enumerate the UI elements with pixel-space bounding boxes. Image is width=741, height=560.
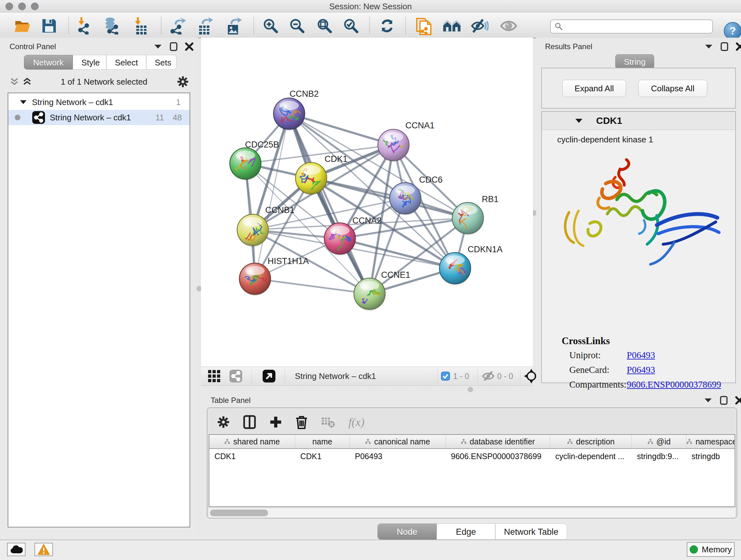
edge-ccnb2-ccna1[interactable]	[289, 114, 394, 145]
crosslink-value-link[interactable]: 9606.ENSP00000378699	[627, 379, 721, 390]
edge-hist1h1a-ccne1[interactable]	[255, 279, 369, 294]
gene-section-header[interactable]: CDK1	[542, 112, 735, 130]
tab-network[interactable]: Network	[24, 55, 73, 70]
table-horizontal-scrollbar[interactable]	[209, 508, 735, 517]
network-icon-button[interactable]	[229, 369, 243, 384]
panel-close-icon[interactable]	[735, 396, 741, 405]
gear-icon[interactable]	[177, 76, 189, 88]
network-view-canvas[interactable]: CCNB2CCNA1CDC25BCDK1CDC6RB1CCNB1CCNA2CDK…	[201, 38, 533, 367]
table-panel-title: Table Panel	[211, 396, 251, 405]
panel-close-icon[interactable]	[736, 43, 741, 51]
table-row[interactable]: CDK1CDK1P064939606.ENSP00000378699cyclin…	[209, 449, 735, 463]
toolbar-separator	[161, 17, 161, 34]
memory-button[interactable]: Memory	[687, 542, 735, 557]
save-session-button[interactable]	[40, 17, 58, 34]
grid-icon	[208, 370, 220, 382]
panel-float-icon[interactable]	[721, 42, 728, 51]
panel-collapse-icon[interactable]	[704, 44, 713, 50]
node-cdkn1a[interactable]: CDKN1A	[440, 245, 502, 287]
warnings-button[interactable]	[35, 543, 53, 556]
panel-close-icon[interactable]	[185, 43, 193, 51]
show-selected-button[interactable]	[500, 17, 518, 34]
column-header-description[interactable]: description	[550, 435, 632, 448]
help-button[interactable]: ?	[724, 22, 741, 40]
panel-float-icon[interactable]	[720, 396, 728, 405]
collection-count: 1	[176, 98, 181, 107]
column-header-@id[interactable]: @id	[632, 435, 686, 448]
crosslink-row-genecard: GeneCard:P06493	[569, 365, 729, 379]
collapse-all-button[interactable]: Collapse All	[638, 80, 707, 97]
string-network-graph[interactable]: CCNB2CCNA1CDC25BCDK1CDC6RB1CCNB1CCNA2CDK…	[201, 38, 533, 367]
birdseye-view-button[interactable]	[262, 369, 276, 384]
export-image-button[interactable]	[225, 17, 243, 34]
delete-table-icon[interactable]	[321, 416, 335, 428]
node-rb1[interactable]: RB1	[452, 194, 498, 235]
panel-collapse-icon[interactable]	[704, 397, 712, 403]
network-collection-row[interactable]: String Network – cdk1 1	[8, 95, 190, 110]
scrollbar-thumb[interactable]	[210, 509, 268, 516]
bottom-splitter-handle[interactable]	[468, 387, 473, 392]
import-table-from-file-button[interactable]	[131, 17, 149, 34]
grid-view-button[interactable]	[208, 370, 220, 383]
import-network-from-file-button[interactable]	[75, 17, 93, 34]
column-header-canonical-name[interactable]: canonical name	[350, 435, 446, 448]
title-bar: Session: New Session	[0, 0, 741, 12]
cloud-status-button[interactable]	[7, 543, 25, 556]
hidden-toggle[interactable]	[482, 371, 495, 382]
show-house-panel-button[interactable]	[443, 17, 461, 34]
tab-network-table[interactable]: Network Table	[495, 523, 567, 540]
panel-collapse-icon[interactable]	[154, 44, 162, 50]
crosslink-value-link[interactable]: P06493	[627, 365, 655, 375]
function-builder-icon[interactable]: f(x)	[348, 415, 364, 429]
column-header-database-identifier[interactable]: database identifier	[446, 435, 550, 448]
zoom-in-button[interactable]	[262, 17, 280, 34]
expand-all-chevron-icon[interactable]	[10, 78, 18, 86]
collapse-all-chevron-icon[interactable]	[23, 78, 31, 86]
export-table-button[interactable]	[196, 17, 214, 34]
section-collapse-icon[interactable]	[575, 118, 583, 124]
expand-all-button[interactable]: Expand All	[562, 80, 626, 97]
show-columns-icon[interactable]	[243, 415, 256, 429]
crosslink-value-link[interactable]: P06493	[627, 350, 655, 361]
refresh-button[interactable]	[378, 17, 396, 34]
houses-icon	[443, 19, 461, 33]
hide-selected-button[interactable]	[471, 17, 488, 34]
tab-style[interactable]: Style	[73, 55, 106, 70]
node-ccnb2[interactable]: CCNB2	[273, 89, 319, 131]
node-cdk1[interactable]: CDK1	[295, 154, 347, 195]
crosslink-row-compartments: Compartments:9606.ENSP00000378699	[569, 379, 729, 394]
node-label-ccne1: CCNE1	[381, 270, 410, 280]
node-ccna1[interactable]: CCNA1	[378, 121, 434, 162]
tab-select[interactable]: Select	[106, 55, 146, 70]
birdseye-arrow-icon	[262, 369, 276, 383]
open-session-button[interactable]	[14, 17, 31, 34]
column-header-shared-name[interactable]: shared name	[209, 435, 295, 448]
edge-ccnb2-hist1h1a[interactable]	[255, 114, 289, 279]
network-row-selected[interactable]: String Network – cdk1 11 48	[8, 110, 190, 125]
delete-column-icon[interactable]	[295, 415, 308, 429]
tab-sets[interactable]: Sets	[146, 55, 177, 70]
tab-node-table[interactable]: Node Table	[378, 523, 436, 540]
selected-checkbox[interactable]	[441, 372, 450, 382]
column-header-namespace[interactable]: namespace	[686, 435, 735, 448]
column-type-icon	[648, 439, 653, 444]
zoom-out-button[interactable]	[288, 17, 306, 34]
table-gear-icon[interactable]	[217, 416, 230, 428]
export-network-button[interactable]	[170, 17, 187, 34]
tab-edge-table[interactable]: Edge Table	[436, 523, 495, 540]
tab-string[interactable]: String	[615, 54, 654, 69]
add-column-icon[interactable]	[269, 416, 282, 428]
panel-float-icon[interactable]	[170, 42, 178, 51]
node-label-rb1: RB1	[482, 194, 499, 204]
network-from-file-button[interactable]	[415, 17, 433, 34]
import-network-from-database-button[interactable]	[103, 17, 120, 34]
node-ccnb1[interactable]: CCNB1	[237, 205, 294, 247]
search-input[interactable]	[550, 19, 713, 34]
current-network-name: String Network – cdk1	[295, 371, 376, 381]
column-header-name[interactable]: name	[295, 435, 350, 448]
search-icon	[555, 22, 563, 30]
zoom-selected-button[interactable]	[342, 17, 360, 34]
tree-expand-icon[interactable]	[20, 100, 27, 105]
node-hist1h1a[interactable]: HIST1H1A	[239, 256, 309, 296]
zoom-fit-button[interactable]	[316, 17, 333, 34]
